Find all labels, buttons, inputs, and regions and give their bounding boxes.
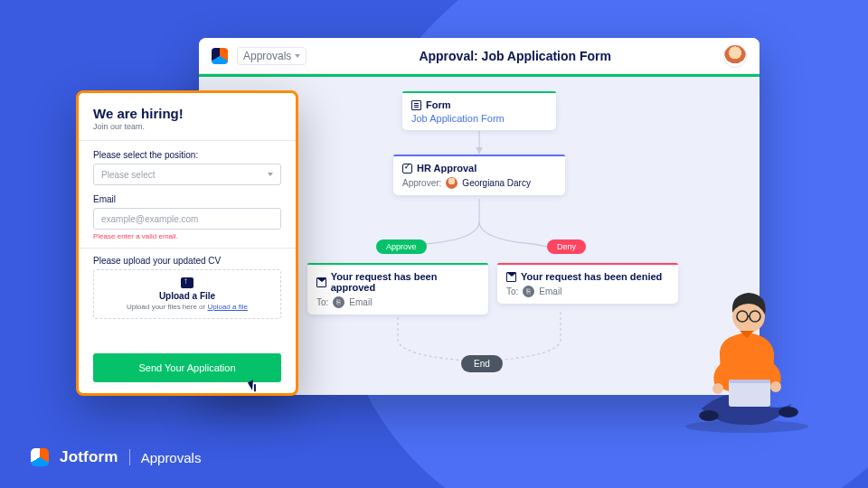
node-approved-label: Your request has been approved [331, 271, 479, 293]
jotform-logo-icon [212, 48, 228, 64]
form-icon [411, 100, 421, 110]
svg-point-2 [699, 410, 719, 421]
denied-to-label: To: [506, 286, 518, 296]
person-illustration [665, 273, 828, 436]
mail-icon [316, 277, 326, 287]
position-label: Please select the position: [93, 150, 281, 160]
upload-icon [181, 277, 193, 288]
app-header: Approvals Approval: Job Application Form [199, 38, 760, 74]
email-label: Email [93, 194, 281, 204]
node-form-link[interactable]: Job Application Form [411, 113, 547, 124]
jotform-logo-icon [31, 448, 49, 466]
link-icon: ⎘ [523, 286, 534, 297]
product-name: Approvals [141, 450, 202, 465]
submit-button[interactable]: Send Your Application [93, 353, 281, 382]
position-placeholder: Please select [101, 170, 155, 180]
page-title: Approval: Job Application Form [316, 49, 714, 63]
user-avatar[interactable] [723, 44, 747, 68]
position-select[interactable]: Please select [93, 164, 281, 185]
cv-label: Please upload your updated CV [93, 256, 281, 266]
submit-label: Send Your Application [138, 362, 235, 373]
approved-to-label: To: [316, 297, 328, 307]
upload-hint: Upload your files here or Upload a file [99, 303, 275, 311]
node-denied-label: Your request has been denied [521, 271, 662, 282]
denied-to-value: Email [539, 286, 561, 296]
footer-brand: Jotform Approvals [31, 448, 201, 466]
approver-name: Georgiana Darcy [462, 178, 531, 188]
upload-title: Upload a File [99, 291, 275, 301]
chevron-down-icon [268, 173, 273, 176]
chevron-down-icon [295, 54, 300, 58]
email-error: Please enter a valid email. [93, 232, 281, 240]
approval-icon [402, 164, 412, 174]
upload-link[interactable]: Upload a file [207, 303, 247, 311]
outcome-approve-pill[interactable]: Approve [376, 239, 427, 254]
cursor-icon [248, 380, 258, 390]
node-hr-approval[interactable]: HR Approval Approver: Georgiana Darcy [393, 155, 565, 195]
approver-avatar-icon [446, 177, 458, 189]
outcome-deny-pill[interactable]: Deny [547, 239, 586, 254]
svg-point-4 [712, 383, 723, 394]
approved-to-value: Email [349, 297, 372, 307]
cv-upload-dropzone[interactable]: Upload a File Upload your files here or … [93, 269, 281, 319]
node-end[interactable]: End [461, 355, 503, 372]
node-email-approved[interactable]: Your request has been approved To: ⎘ Ema… [307, 263, 488, 314]
email-placeholder: example@example.com [101, 214, 198, 224]
svg-point-5 [770, 381, 781, 392]
svg-rect-7 [729, 380, 770, 383]
brand-name: Jotform [60, 448, 118, 466]
mail-icon [506, 272, 516, 282]
breadcrumb-approvals[interactable]: Approvals [237, 47, 307, 65]
link-icon: ⎘ [333, 296, 344, 308]
svg-marker-0 [476, 147, 483, 154]
node-form-label: Form [426, 99, 451, 110]
form-title: We are hiring! [93, 106, 281, 121]
node-form[interactable]: Form Job Application Form [402, 91, 556, 130]
node-hr-label: HR Approval [417, 163, 476, 174]
svg-point-3 [778, 407, 798, 418]
node-email-denied[interactable]: Your request has been denied To: ⎘ Email [497, 263, 678, 304]
approver-label: Approver: [402, 178, 441, 188]
form-subtitle: Join our team. [93, 122, 281, 131]
footer-divider [129, 449, 130, 465]
breadcrumb-label: Approvals [243, 50, 291, 62]
email-input[interactable]: example@example.com [93, 208, 281, 230]
svg-rect-6 [729, 380, 770, 407]
application-form-card: We are hiring! Join our team. Please sel… [76, 90, 298, 396]
